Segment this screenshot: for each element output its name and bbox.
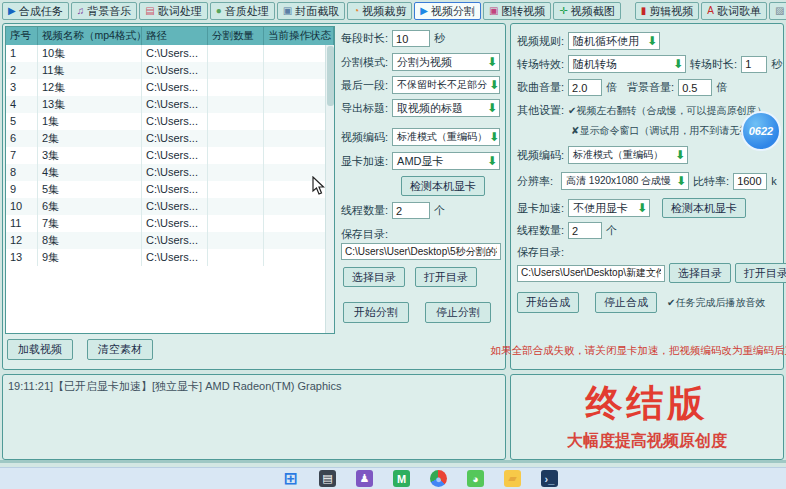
folder-icon[interactable]: ▰ — [504, 470, 521, 487]
table-row[interactable]: 84集C:\Users... — [6, 164, 334, 181]
table-cell: C:\Users... — [142, 45, 208, 62]
column-header[interactable]: 序号 — [6, 27, 38, 45]
table-cell — [264, 232, 334, 249]
table-row[interactable]: 110集C:\Users... — [6, 45, 334, 62]
tab-label: 视频截图 — [571, 4, 615, 19]
savedir-input[interactable] — [341, 243, 501, 260]
stop-merge-button[interactable]: 停止合成 — [595, 292, 657, 313]
merge-gpu-select[interactable]: 不使用显卡⬇ — [568, 199, 650, 217]
stop-split-button[interactable]: 停止分割 — [425, 302, 491, 323]
merge-choose-dir-button[interactable]: 选择目录 — [669, 263, 731, 283]
table-cell: 12 — [6, 232, 38, 249]
tab-lyrics-list[interactable]: A歌词歌单 — [701, 2, 767, 20]
table-row[interactable]: 51集C:\Users... — [6, 113, 334, 130]
table-row[interactable]: 128集C:\Users... — [6, 232, 334, 249]
play-icon: ▶ — [8, 6, 16, 16]
merge-encode-select[interactable]: 标准模式（重编码）⬇ — [568, 146, 688, 164]
last-segment-label: 最后一段: — [341, 78, 388, 93]
clear-material-button[interactable]: 清空素材 — [87, 339, 153, 360]
song-volume-input[interactable] — [568, 79, 602, 96]
table-cell — [264, 130, 334, 147]
table-cell — [208, 79, 264, 96]
split-mode-select[interactable]: 分割为视频⬇ — [392, 53, 500, 71]
wechat-icon[interactable]: ◕ — [467, 470, 484, 487]
table-cell — [264, 113, 334, 130]
savedir-label: 保存目录: — [341, 227, 388, 242]
threads-input[interactable] — [392, 202, 430, 219]
export-title-select[interactable]: 取视频的标题⬇ — [392, 99, 500, 117]
mail-app-icon[interactable]: M — [393, 470, 410, 487]
table-header: 序号视频名称（mp4格式）路径分割数量当前操作状态 — [6, 27, 334, 45]
table-scrollbar[interactable] — [325, 45, 334, 333]
load-video-button[interactable]: 加载视频 — [7, 339, 73, 360]
merge-threads-label: 线程数量: — [517, 223, 564, 238]
table-row[interactable]: 312集C:\Users... — [6, 79, 334, 96]
scrollbar-thumb[interactable] — [327, 46, 334, 106]
bitrate-input[interactable] — [733, 173, 767, 190]
column-header[interactable]: 当前操作状态 — [264, 27, 334, 45]
merge-threads-input[interactable] — [568, 222, 602, 239]
transition-select[interactable]: 随机转场⬇ — [568, 55, 686, 73]
tab-music[interactable]: ♫背景音乐 — [71, 2, 138, 20]
table-row[interactable]: 139集C:\Users... — [6, 249, 334, 266]
column-header[interactable]: 路径 — [142, 27, 208, 45]
encode-label: 视频编码: — [341, 130, 388, 145]
table-row[interactable]: 106集C:\Users... — [6, 198, 334, 215]
flip-option-checkbox[interactable]: ✔视频左右翻转（合成慢，可以提高原创度） — [568, 104, 766, 118]
open-dir-button[interactable]: 打开目录 — [415, 267, 477, 287]
tab-video-snapshot[interactable]: ✛视频截图 — [553, 2, 620, 20]
merge-savedir-input[interactable] — [517, 265, 665, 282]
tab-video-crop[interactable]: ◔视频裁剪 — [347, 2, 412, 20]
table-cell — [264, 96, 334, 113]
table-cell: 5 — [6, 113, 38, 130]
table-cell — [264, 198, 334, 215]
last-segment-select[interactable]: 不保留时长不足部分⬇ — [392, 76, 500, 94]
encode-select[interactable]: 标准模式（重编码）⬇ — [392, 128, 500, 146]
bg-volume-input[interactable] — [678, 79, 712, 96]
tab-image-to-video[interactable]: ▣图转视频 — [483, 2, 551, 20]
version-subtitle: 大幅度提高视频原创度 — [511, 431, 783, 452]
gpu-select[interactable]: AMD显卡⬇ — [392, 152, 500, 170]
file-explorer-dark-icon[interactable]: ▤ — [319, 470, 336, 487]
tab-video-edit[interactable]: ▮剪辑视频 — [635, 2, 700, 20]
table-row[interactable]: 62集C:\Users... — [6, 130, 334, 147]
table-row[interactable]: 211集C:\Users... — [6, 62, 334, 79]
start-split-button[interactable]: 开始分割 — [343, 302, 409, 323]
video-rule-select[interactable]: 随机循环使用⬇ — [568, 32, 660, 50]
windows-start-icon[interactable]: ⊞ — [282, 470, 299, 487]
cmd-window-checkbox[interactable]: ✘显示命令窗口（调试用，用不到请无视） — [571, 124, 759, 138]
table-row[interactable]: 413集C:\Users... — [6, 96, 334, 113]
table-cell — [264, 147, 334, 164]
duration-input[interactable] — [392, 30, 430, 47]
table-cell — [264, 164, 334, 181]
choose-dir-button[interactable]: 选择目录 — [343, 267, 405, 287]
song-volume-unit: 倍 — [606, 80, 617, 95]
table-row[interactable]: 95集C:\Users... — [6, 181, 334, 198]
tab-video-split[interactable]: ▶视频分割 — [414, 2, 481, 20]
chrome-icon[interactable]: ● — [430, 470, 447, 487]
table-row[interactable]: 117集C:\Users... — [6, 215, 334, 232]
table-cell — [208, 198, 264, 215]
tab-play[interactable]: ▶合成任务 — [2, 2, 69, 20]
table-cell: 12集 — [38, 79, 142, 96]
chevron-down-icon: ⬇ — [635, 202, 649, 214]
sound-option-checkbox[interactable]: ✔任务完成后播放音效 — [667, 296, 765, 310]
tab-audio[interactable]: ●音质处理 — [210, 2, 275, 20]
merge-detect-gpu-button[interactable]: 检测本机显卡 — [662, 198, 746, 218]
merge-open-dir-button[interactable]: 打开目录 — [735, 263, 786, 283]
tab-cover-capture[interactable]: ▣封面截取 — [277, 2, 345, 20]
column-header[interactable]: 分割数量 — [208, 27, 264, 45]
watermark-badge: 0622 — [741, 111, 781, 151]
detect-gpu-button[interactable]: 检测本机显卡 — [401, 176, 485, 196]
terminal-icon[interactable]: ›_ — [541, 470, 558, 487]
people-app-icon[interactable]: ♟ — [356, 470, 373, 487]
resolution-select[interactable]: 高清 1920x1080 合成慢⬇ — [561, 172, 689, 190]
start-merge-button[interactable]: 开始合成 — [517, 292, 579, 313]
table-row[interactable]: 73集C:\Users... — [6, 147, 334, 164]
tab-lyrics[interactable]: ▤歌词处理 — [139, 2, 207, 20]
transition-time-input[interactable] — [741, 56, 767, 73]
tab-song-intro[interactable]: ▨歌曲片头 — [769, 2, 786, 20]
column-header[interactable]: 视频名称（mp4格式） — [38, 27, 142, 45]
table-cell: C:\Users... — [142, 62, 208, 79]
lyrics-list-icon: A — [707, 6, 714, 16]
